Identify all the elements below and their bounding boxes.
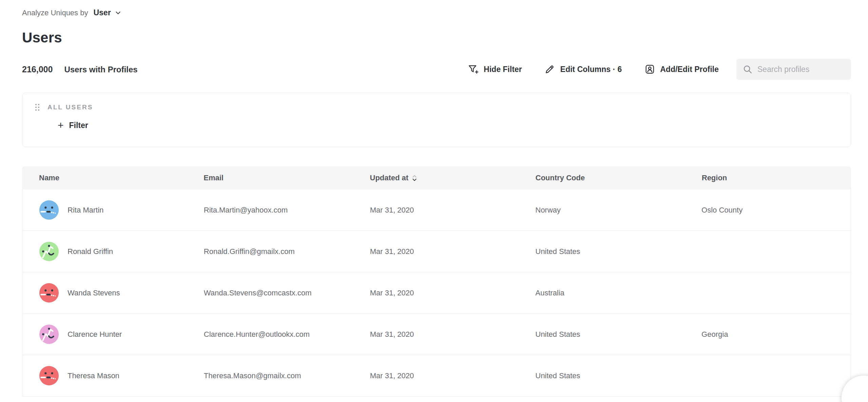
user-updated-at: Mar 31, 2020: [370, 289, 535, 297]
users-table: Name Email Updated at Country Code Regio…: [22, 166, 851, 397]
page-title: Users: [22, 30, 851, 46]
user-name: Rita Martin: [68, 206, 103, 215]
filter-group-row: ALL USERS: [35, 103, 851, 111]
user-email: Wanda.Stevens@comcastx.com: [204, 289, 370, 297]
filter-card: ALL USERS + Filter: [22, 93, 851, 147]
user-country-code: Australia: [535, 289, 702, 297]
pencil-icon: [544, 64, 555, 75]
user-name-cell: Theresa Mason: [22, 366, 204, 385]
search-profiles-box[interactable]: [736, 59, 851, 80]
all-users-label: ALL USERS: [48, 104, 93, 111]
column-header-name[interactable]: Name: [22, 173, 204, 182]
user-country-code: United States: [535, 330, 702, 339]
hide-filter-label: Hide Filter: [484, 65, 522, 74]
user-email: Ronald.Griffin@gmailx.com: [204, 247, 370, 256]
user-avatar: [39, 366, 59, 385]
user-name: Ronald Griffin: [68, 247, 113, 256]
user-updated-at: Mar 31, 2020: [370, 247, 535, 256]
user-name-cell: Wanda Stevens: [22, 283, 204, 303]
user-region: Georgia: [701, 330, 851, 339]
user-updated-at: Mar 31, 2020: [370, 206, 535, 215]
user-updated-at: Mar 31, 2020: [370, 371, 535, 380]
user-name: Wanda Stevens: [68, 289, 120, 297]
user-region: Oslo County: [701, 206, 851, 215]
table-header: Name Email Updated at Country Code Regio…: [22, 166, 851, 189]
hide-filter-button[interactable]: Hide Filter: [468, 64, 522, 75]
neutral-face-icon: [39, 283, 59, 303]
table-body: Rita Martin Rita.Martin@yahoox.com Mar 3…: [22, 189, 851, 397]
table-row[interactable]: Wanda Stevens Wanda.Stevens@comcastx.com…: [22, 272, 851, 314]
users-page: Analyze Uniques by User Users 216,000 Us…: [0, 0, 868, 402]
analyze-uniques-label: Analyze Uniques by: [22, 8, 88, 17]
sort-icon: [412, 175, 417, 182]
profiles-count-label: Users with Profiles: [64, 65, 137, 74]
user-country-code: United States: [535, 371, 702, 380]
analyze-by-value: User: [93, 8, 111, 17]
column-header-country-code[interactable]: Country Code: [535, 173, 702, 182]
plus-icon: +: [58, 120, 64, 130]
toolbar: 216,000 Users with Profiles Hide Filter …: [22, 59, 851, 80]
add-edit-profile-label: Add/Edit Profile: [660, 65, 719, 74]
user-updated-at: Mar 31, 2020: [370, 330, 535, 339]
search-icon: [742, 64, 753, 74]
analyze-by-dropdown[interactable]: User: [93, 8, 121, 17]
happy-face-icon: [39, 242, 59, 261]
profile-card-icon: [644, 64, 655, 75]
table-row[interactable]: Theresa Mason Theresa.Mason@gmailx.com M…: [22, 355, 851, 397]
user-avatar: [39, 283, 59, 303]
user-name-cell: Ronald Griffin: [22, 242, 204, 261]
user-name: Clarence Hunter: [68, 330, 122, 339]
user-email: Clarence.Hunter@outlookx.com: [204, 330, 370, 339]
user-name: Theresa Mason: [68, 371, 119, 380]
column-header-region[interactable]: Region: [702, 173, 851, 182]
edit-columns-label: Edit Columns · 6: [560, 65, 622, 74]
toolbar-actions: Hide Filter Edit Columns · 6 Add/Edit Pr…: [446, 59, 851, 80]
user-country-code: Norway: [535, 206, 702, 215]
user-avatar: [39, 200, 59, 220]
neutral-face-icon: [39, 200, 59, 220]
drag-handle-icon[interactable]: [35, 103, 40, 111]
column-header-updated-at[interactable]: Updated at: [370, 173, 535, 182]
profiles-count-wrap: 216,000 Users with Profiles: [22, 65, 137, 74]
user-name-cell: Clarence Hunter: [22, 325, 204, 344]
analyze-bar: Analyze Uniques by User: [22, 8, 851, 17]
add-filter-label: Filter: [69, 121, 88, 130]
user-country-code: United States: [535, 247, 702, 256]
funnel-plus-icon: [468, 64, 479, 75]
add-filter-button[interactable]: + Filter: [58, 120, 88, 130]
user-avatar: [39, 242, 59, 261]
happy-face-icon: [39, 325, 59, 344]
profiles-count: 216,000: [22, 65, 53, 74]
user-avatar: [39, 325, 59, 344]
column-header-updated-at-label: Updated at: [370, 173, 409, 182]
table-row[interactable]: Clarence Hunter Clarence.Hunter@outlookx…: [22, 314, 851, 355]
search-profiles-input[interactable]: [757, 65, 839, 74]
user-email: Rita.Martin@yahoox.com: [204, 206, 370, 215]
edit-columns-button[interactable]: Edit Columns · 6: [544, 64, 622, 75]
neutral-face-icon: [39, 366, 59, 385]
user-email: Theresa.Mason@gmailx.com: [204, 371, 370, 380]
add-edit-profile-button[interactable]: Add/Edit Profile: [644, 64, 719, 75]
user-name-cell: Rita Martin: [22, 200, 204, 220]
table-row[interactable]: Rita Martin Rita.Martin@yahoox.com Mar 3…: [22, 189, 851, 231]
column-header-email[interactable]: Email: [204, 173, 370, 182]
table-row[interactable]: Ronald Griffin Ronald.Griffin@gmailx.com…: [22, 231, 851, 272]
chevron-down-icon: [111, 9, 122, 17]
